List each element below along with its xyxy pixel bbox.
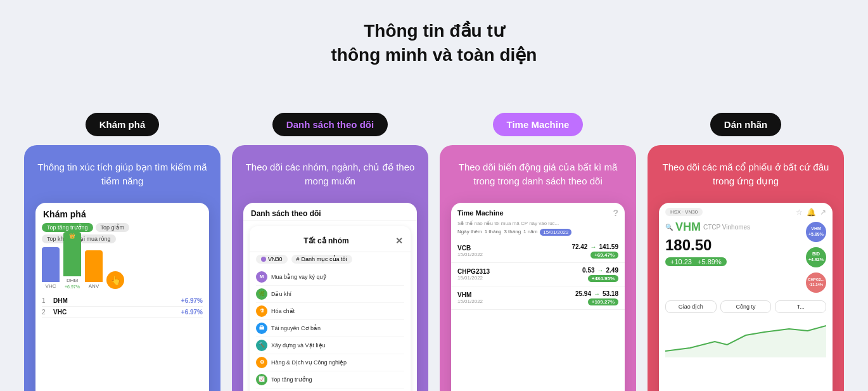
card-body-dan-nhan: Theo dõi các mã cổ phiếu ở bất cứ đâu tr… [648, 145, 844, 391]
page-title: Thông tin đầu tư thông minh và toàn diện [331, 19, 537, 67]
dn-exchange-chip: HSX · VN30 [665, 208, 703, 216]
dn-btn-more[interactable]: T... [775, 300, 826, 313]
chip-vn30[interactable]: VN30 [256, 255, 288, 264]
dn-top-bar: HSX · VN30 ☆ 🔔 ↗ [665, 208, 826, 217]
list-item-tai-nguyen: 🏔 Tài nguyên Cơ bản [256, 320, 404, 337]
card-dan-nhan: Dán nhãn Theo dõi các mã cổ phiếu ở bất … [648, 113, 844, 391]
bar-anv-label: ANV [89, 283, 99, 289]
card-body-danh-sach: Theo dõi các nhóm, ngành, chủ đề theo mo… [232, 145, 428, 391]
card-desc-time-machine: Theo dõi biến động giá của bất kì mã tro… [451, 160, 625, 189]
stock-row-1: 1 DHM +6.97% [42, 295, 203, 307]
dn-price: 180.50 [665, 236, 750, 254]
tab-time-machine[interactable]: Time Machine [493, 113, 584, 136]
bar-anv-bar [85, 250, 103, 282]
list-item-xay-dung: 🔨 Xây dựng và Vật liệu [256, 337, 404, 354]
dn-change-badge: +10.23 +5.89% [665, 257, 727, 266]
dn-floating-badges: VHM+5.89% BID+4.92% CHPG2...-11.14% [806, 222, 826, 295]
bar-anv: ANV [85, 250, 103, 289]
tm-date-tabs: Ngày thêm 1 tháng 3 tháng 1 năm 15/01/20… [451, 229, 625, 240]
card-body-kham-pha: Thông tin xúc tích giúp bạn tìm kiếm mã … [24, 145, 220, 391]
badge-chpg: CHPG2...-11.14% [806, 272, 826, 293]
card-desc-kham-pha: Thông tin xúc tích giúp bạn tìm kiếm mã … [35, 160, 209, 189]
dn-actions: Giao dịch Công ty T... [665, 300, 826, 313]
group-chips: VN30 # Danh mục của tôi [250, 252, 411, 266]
tm-stock-vhm: VHM 15/01/2022 25.94 → 53.18 +109.27% [451, 286, 625, 310]
mockup-kham-pha: Khám phá Top tăng trưởng Top giảm Top kh… [35, 203, 209, 391]
tm-stock-vcb: VCB 15/01/2022 72.42 → 141.59 +69.47% [451, 240, 625, 263]
chart-area: VHC 👑 DHM +6.97% ANV 👆 [35, 247, 209, 292]
mockup-header-danh-sach: Danh sách theo dõi [243, 203, 417, 221]
dn-search-row: 🔍 VHM CTCP Vinhomes [665, 219, 750, 235]
cards-container: Khám phá Thông tin xúc tích giúp bạn tìm… [16, 113, 852, 391]
tm-header: Time Machine ? [451, 203, 625, 221]
card-body-time-machine: Theo dõi biến động giá của bất kì mã tro… [440, 145, 636, 391]
mockup-header-kham-pha: Khám phá [35, 203, 209, 223]
mockup-danh-sach: Danh sách theo dõi Tất cả nhóm ✕ VN30 # … [243, 203, 417, 391]
tm-stock-chpg: CHPG2313 15/01/2022 0.53 → 2.49 +484.95% [451, 263, 625, 286]
bar-dhm: 👑 DHM +6.97% [63, 232, 81, 289]
stock-list: 1 DHM +6.97% 2 VHC +6.97% [35, 292, 209, 322]
card-time-machine: Time Machine Theo dõi biến động giá của … [440, 113, 636, 391]
dn-fullname: CTCP Vinhomes [703, 224, 750, 231]
tab-top-tang-truong[interactable]: Top tăng trưởng [42, 223, 93, 232]
modal-header: Tất cả nhóm ✕ [250, 226, 411, 252]
tab-top-giam[interactable]: Top giảm [96, 223, 130, 232]
star-icon[interactable]: ☆ [796, 208, 803, 217]
list-item-dau-khi: 🌿 Dầu khí [256, 286, 404, 303]
list-item-mua-vay: M Mua bằng vay ký quỹ [256, 269, 404, 286]
dn-ticker: VHM [675, 221, 701, 234]
bar-vhc: VHC [42, 247, 60, 289]
dn-mini-chart [665, 319, 826, 357]
bar-dhm-bar: 👑 [63, 232, 81, 276]
tab-dan-nhan[interactable]: Dán nhãn [710, 113, 781, 136]
dn-action-icons: ☆ 🔔 ↗ [796, 208, 826, 217]
list-items: M Mua bằng vay ký quỹ 🌿 Dầu khí ⚗ Hóa ch… [250, 266, 411, 391]
close-icon[interactable]: ✕ [395, 236, 403, 246]
share-icon[interactable]: ↗ [820, 208, 826, 217]
mockup-tabs: Top tăng trưởng Top giảm Top khối ngoại … [35, 223, 209, 247]
list-item-top-giam: 📉 Top giảm [256, 388, 404, 391]
chip-danh-muc[interactable]: # Danh mục của tôi [291, 255, 352, 264]
bell-icon[interactable]: 🔔 [807, 208, 816, 217]
mockup-time-machine: Time Machine ? Sẽ thế nào nếu tôi mua mã… [451, 203, 625, 391]
stock-row-2: 2 VHC +6.97% [42, 307, 203, 318]
list-item-hoa-chat: ⚗ Hóa chất [256, 303, 404, 320]
card-desc-danh-sach: Theo dõi các nhóm, ngành, chủ đề theo mo… [243, 160, 417, 189]
card-danh-sach: Danh sách theo dõi Theo dõi các nhóm, ng… [232, 113, 428, 391]
tab-kham-pha[interactable]: Khám phá [86, 113, 160, 136]
card-desc-dan-nhan: Theo dõi các mã cổ phiếu ở bất cứ đâu tr… [659, 160, 833, 189]
list-item-hang-dich-vu: ⚙ Hàng & Dịch vụ Công nghiệp [256, 354, 404, 371]
bar-vhc-bar [42, 247, 60, 282]
mockup-dan-nhan: HSX · VN30 ☆ 🔔 ↗ 🔍 VHM CTCP Vinh [659, 203, 833, 391]
badge-vhm: VHM+5.89% [806, 222, 826, 242]
tm-subtitle: Sẽ thế nào nếu tôi mua mã CP này vào lúc… [451, 221, 625, 229]
modal-tatca-nhom: Tất cả nhóm ✕ VN30 # Danh mục của tôi [250, 226, 411, 391]
tab-danh-sach[interactable]: Danh sách theo dõi [272, 113, 388, 136]
badge-bid: BID+4.92% [806, 247, 826, 267]
dn-content: HSX · VN30 ☆ 🔔 ↗ 🔍 VHM CTCP Vinh [659, 203, 833, 357]
card-kham-pha: Khám phá Thông tin xúc tích giúp bạn tìm… [24, 113, 220, 391]
bar-vhc-label: VHC [46, 283, 56, 289]
list-item-top-tang: 📈 Top tăng trưởng [256, 371, 404, 388]
dn-btn-cong-ty[interactable]: Công ty [720, 300, 772, 313]
dn-btn-giao-dich[interactable]: Giao dịch [665, 300, 717, 313]
bar-dhm-label: DHM [67, 278, 78, 283]
